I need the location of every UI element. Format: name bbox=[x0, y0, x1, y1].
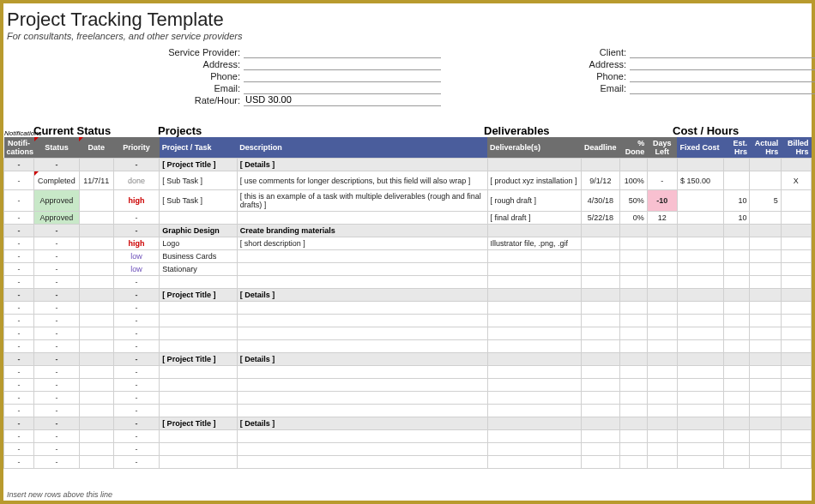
cell-task[interactable] bbox=[160, 302, 238, 315]
cell-fixed[interactable] bbox=[677, 159, 723, 171]
cell-est[interactable] bbox=[724, 225, 750, 237]
cell-est[interactable] bbox=[724, 443, 750, 456]
cell-est[interactable] bbox=[724, 302, 750, 315]
cell-deadline[interactable] bbox=[582, 302, 619, 315]
cell-priority[interactable]: - bbox=[113, 366, 159, 379]
cell-fixed[interactable] bbox=[677, 315, 723, 327]
cell-done[interactable] bbox=[619, 327, 647, 340]
cell-done[interactable] bbox=[619, 237, 647, 250]
cell-days[interactable] bbox=[647, 353, 677, 366]
cell-done[interactable] bbox=[619, 353, 647, 366]
cell-days[interactable] bbox=[647, 379, 677, 392]
cell-status[interactable]: - bbox=[34, 302, 79, 315]
cell-fixed[interactable] bbox=[677, 430, 723, 443]
cell-priority[interactable]: - bbox=[113, 392, 159, 405]
cell-date[interactable] bbox=[79, 159, 113, 171]
cell-task[interactable] bbox=[160, 340, 238, 353]
cell-days[interactable] bbox=[647, 315, 677, 327]
cell-date[interactable] bbox=[79, 237, 113, 250]
cell-deliv[interactable] bbox=[487, 327, 582, 340]
cell-act[interactable] bbox=[750, 443, 781, 456]
cell-billed[interactable] bbox=[781, 353, 811, 366]
cell-deliv[interactable] bbox=[487, 289, 582, 302]
cell-status[interactable]: - bbox=[34, 159, 79, 171]
cell-date[interactable] bbox=[79, 302, 113, 315]
cell-priority[interactable]: - bbox=[113, 456, 159, 469]
cell-deliv[interactable]: [ rough draft ] bbox=[487, 190, 582, 212]
cell-fixed[interactable] bbox=[677, 237, 723, 250]
cell-done[interactable] bbox=[619, 159, 647, 171]
cell-deliv[interactable] bbox=[487, 263, 582, 276]
cell-deadline[interactable]: 5/22/18 bbox=[582, 212, 619, 225]
col-done[interactable]: % Done bbox=[619, 137, 647, 159]
cell-task[interactable]: [ Project Title ] bbox=[160, 159, 238, 171]
cell-act[interactable] bbox=[750, 392, 781, 405]
cell-deliv[interactable] bbox=[487, 379, 582, 392]
cell-days[interactable] bbox=[647, 327, 677, 340]
cell-notif[interactable]: - bbox=[4, 430, 34, 443]
cell-deliv[interactable] bbox=[487, 340, 582, 353]
cell-notif[interactable]: - bbox=[4, 327, 34, 340]
cell-est[interactable] bbox=[724, 159, 750, 171]
cell-deliv[interactable] bbox=[487, 366, 582, 379]
cell-deadline[interactable] bbox=[582, 392, 619, 405]
cell-task[interactable] bbox=[160, 276, 238, 289]
cell-status[interactable]: - bbox=[34, 237, 79, 250]
cell-deliv[interactable] bbox=[487, 392, 582, 405]
cell-status[interactable]: - bbox=[34, 263, 79, 276]
cell-days[interactable] bbox=[647, 366, 677, 379]
cell-desc[interactable] bbox=[237, 263, 487, 276]
cell-billed[interactable] bbox=[781, 340, 811, 353]
field-client-phone[interactable] bbox=[630, 70, 815, 82]
cell-priority[interactable]: - bbox=[113, 353, 159, 366]
cell-est[interactable] bbox=[724, 379, 750, 392]
cell-deadline[interactable] bbox=[582, 289, 619, 302]
field-provider-address[interactable] bbox=[244, 58, 441, 70]
cell-done[interactable] bbox=[619, 302, 647, 315]
cell-fixed[interactable] bbox=[677, 392, 723, 405]
cell-days[interactable]: -10 bbox=[647, 190, 677, 212]
cell-deadline[interactable] bbox=[582, 237, 619, 250]
cell-billed[interactable] bbox=[781, 302, 811, 315]
cell-deadline[interactable] bbox=[582, 250, 619, 263]
cell-done[interactable] bbox=[619, 379, 647, 392]
cell-deliv[interactable] bbox=[487, 159, 582, 171]
cell-status[interactable]: Approved bbox=[34, 212, 79, 225]
cell-est[interactable] bbox=[724, 340, 750, 353]
cell-notif[interactable]: - bbox=[4, 443, 34, 456]
cell-fixed[interactable] bbox=[677, 443, 723, 456]
cell-act[interactable] bbox=[750, 263, 781, 276]
field-client[interactable] bbox=[630, 46, 815, 58]
cell-priority[interactable]: - bbox=[113, 315, 159, 327]
cell-billed[interactable] bbox=[781, 212, 811, 225]
cell-days[interactable] bbox=[647, 276, 677, 289]
cell-fixed[interactable] bbox=[677, 327, 723, 340]
cell-est[interactable] bbox=[724, 315, 750, 327]
cell-priority[interactable]: - bbox=[113, 340, 159, 353]
cell-days[interactable] bbox=[647, 392, 677, 405]
cell-desc[interactable] bbox=[237, 250, 487, 263]
cell-desc[interactable] bbox=[237, 379, 487, 392]
cell-date[interactable] bbox=[79, 276, 113, 289]
cell-task[interactable] bbox=[160, 366, 238, 379]
cell-notif[interactable]: - bbox=[4, 456, 34, 469]
cell-act[interactable] bbox=[750, 237, 781, 250]
cell-date[interactable] bbox=[79, 250, 113, 263]
col-billedhrs[interactable]: Billed Hrs bbox=[781, 137, 811, 159]
cell-billed[interactable]: X bbox=[781, 171, 811, 190]
cell-notif[interactable]: - bbox=[4, 302, 34, 315]
cell-desc[interactable] bbox=[237, 302, 487, 315]
cell-notif[interactable]: - bbox=[4, 315, 34, 327]
cell-billed[interactable] bbox=[781, 315, 811, 327]
cell-deliv[interactable] bbox=[487, 302, 582, 315]
cell-est[interactable] bbox=[724, 263, 750, 276]
cell-done[interactable] bbox=[619, 443, 647, 456]
cell-task[interactable] bbox=[160, 379, 238, 392]
cell-est[interactable] bbox=[724, 456, 750, 469]
cell-done[interactable] bbox=[619, 340, 647, 353]
cell-deadline[interactable] bbox=[582, 327, 619, 340]
cell-done[interactable] bbox=[619, 276, 647, 289]
cell-days[interactable] bbox=[647, 250, 677, 263]
field-provider-phone[interactable] bbox=[244, 70, 441, 82]
cell-done[interactable] bbox=[619, 289, 647, 302]
